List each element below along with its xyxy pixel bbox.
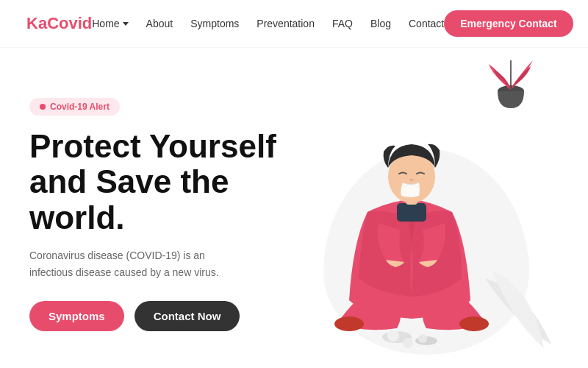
nav-item-faq[interactable]: FAQ: [332, 17, 353, 30]
svg-point-12: [418, 334, 427, 343]
nav-item-preventation[interactable]: Preventation: [257, 17, 315, 30]
svg-rect-8: [397, 203, 426, 222]
emergency-contact-button[interactable]: Emergency Contact: [444, 10, 573, 37]
hero-illustration: [279, 68, 559, 362]
svg-point-7: [459, 316, 489, 331]
hero-description: Coronavirus disease (COVID-19) is an inf…: [29, 247, 250, 280]
nav-link-symptoms[interactable]: Symptoms: [190, 18, 239, 29]
nav-item-contact[interactable]: Contact: [409, 17, 444, 30]
svg-point-13: [403, 338, 413, 348]
nav-link-blog[interactable]: Blog: [370, 18, 391, 29]
contact-now-button[interactable]: Contact Now: [135, 301, 240, 331]
nav-link-home[interactable]: Home: [92, 18, 128, 29]
svg-point-11: [387, 330, 399, 342]
brand-name-part1: Ka: [26, 14, 47, 32]
hero-title: Protect Yourself and Save the world.: [29, 129, 276, 236]
svg-point-6: [334, 316, 364, 331]
alert-badge-text: Covid-19 Alert: [50, 102, 110, 112]
symptoms-button[interactable]: Symptoms: [29, 301, 124, 331]
chevron-down-icon: [123, 22, 129, 26]
alert-dot-icon: [40, 104, 46, 110]
alert-badge: Covid-19 Alert: [29, 98, 120, 116]
nav-item-about[interactable]: About: [146, 17, 173, 30]
nav-link-contact[interactable]: Contact: [409, 18, 444, 29]
hero-buttons: Symptoms Contact Now: [29, 301, 276, 331]
hero-section: Covid-19 Alert Protect Yourself and Save…: [0, 48, 588, 368]
hero-content: Covid-19 Alert Protect Yourself and Save…: [29, 98, 276, 331]
nav-item-blog[interactable]: Blog: [370, 17, 391, 30]
navbar: KaCovid Home About Symptoms Preventation…: [0, 0, 588, 48]
person-illustration: [301, 94, 522, 362]
nav-item-home[interactable]: Home: [92, 18, 128, 29]
nav-link-about[interactable]: About: [146, 18, 173, 29]
nav-link-faq[interactable]: FAQ: [332, 18, 353, 29]
nav-link-preventation[interactable]: Preventation: [257, 18, 315, 29]
nav-item-symptoms[interactable]: Symptoms: [190, 17, 239, 30]
nav-links: Home About Symptoms Preventation FAQ Blo…: [92, 17, 444, 30]
brand-name-part2: Covid: [47, 14, 92, 32]
brand-logo[interactable]: KaCovid: [26, 14, 92, 33]
